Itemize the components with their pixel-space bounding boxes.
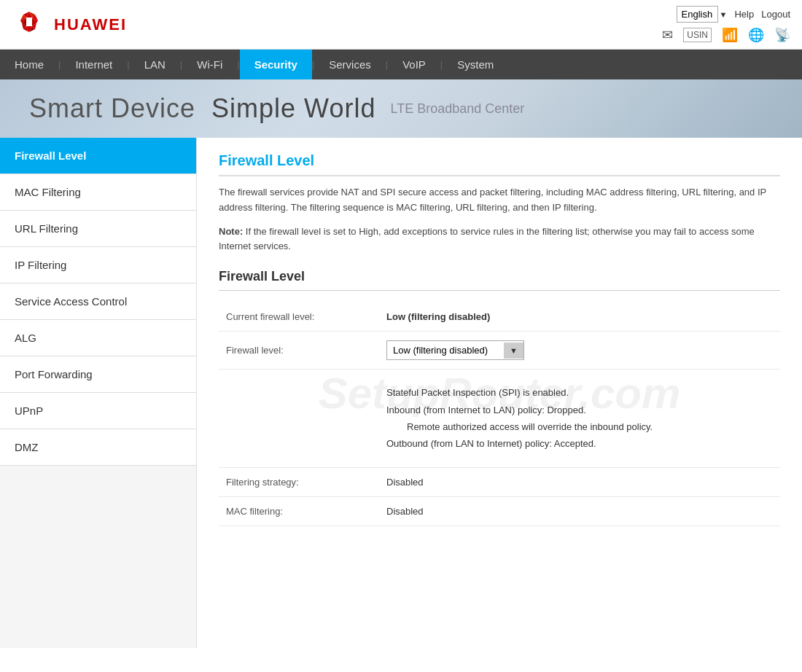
- filtering-strategy-label: Filtering strategy:: [219, 467, 379, 496]
- sidebar: Firewall Level MAC Filtering URL Filteri…: [0, 138, 197, 648]
- current-level-label: Current firewall level:: [219, 302, 379, 332]
- info-line-3: Remote authorized access will override t…: [386, 418, 773, 435]
- nav-security[interactable]: Security: [240, 50, 312, 79]
- sidebar-item-upnp[interactable]: UPnP: [0, 393, 196, 429]
- firewall-note: Note: If the firewall level is set to Hi…: [219, 224, 780, 255]
- mac-filtering-label: MAC filtering:: [219, 496, 379, 526]
- sidebar-item-url-filtering[interactable]: URL Filtering: [0, 211, 196, 247]
- info-line-4: Outbound (from LAN to Internet) policy: …: [386, 435, 773, 452]
- banner-subtitle: LTE Broadband Center: [390, 101, 524, 117]
- info-line-2: Inbound (from Internet to LAN) policy: D…: [386, 402, 773, 418]
- nav-internet[interactable]: Internet: [61, 50, 127, 79]
- lang-help-area: English ▼ Help Logout: [677, 6, 790, 23]
- info-lines-row: Stateful Packet Inspection (SPI) is enab…: [219, 370, 780, 468]
- mac-filtering-row: MAC filtering: Disabled: [219, 496, 780, 526]
- logout-link[interactable]: Logout: [761, 9, 790, 20]
- firewall-level-label: Firewall level:: [219, 332, 379, 370]
- info-lines-label-cell: [219, 370, 379, 468]
- sidebar-item-ip-filtering[interactable]: IP Filtering: [0, 247, 196, 284]
- email-icon[interactable]: ✉: [662, 27, 673, 43]
- language-selector[interactable]: English ▼: [677, 6, 728, 23]
- nav-system[interactable]: System: [443, 50, 508, 79]
- huawei-logo-icon: [12, 10, 47, 39]
- smart-device-text: Smart Device: [29, 93, 195, 123]
- page-title: Firewall Level: [219, 152, 780, 176]
- firewall-description: The firewall services provide NAT and SP…: [219, 185, 780, 216]
- filtering-strategy-value: Disabled: [379, 467, 780, 496]
- content-inner: Firewall Level The firewall services pro…: [219, 152, 780, 526]
- logo-text: HUAWEI: [54, 15, 127, 34]
- nav-voip[interactable]: VoIP: [388, 50, 440, 79]
- top-right-area: English ▼ Help Logout ✉ USIN 📶 🌐 📡: [662, 6, 790, 43]
- main-content: SetupRouter.com Firewall Level The firew…: [197, 138, 802, 648]
- status-icons-row: ✉ USIN 📶 🌐 📡: [662, 27, 790, 43]
- firewall-level-select[interactable]: Low (filtering disabled) Medium High: [387, 341, 504, 359]
- firewall-level-select-wrapper[interactable]: Low (filtering disabled) Medium High ▼: [386, 340, 524, 360]
- nav-wifi[interactable]: Wi-Fi: [182, 50, 237, 79]
- main-nav: Home | Internet | LAN | Wi-Fi | Security…: [0, 50, 802, 79]
- sidebar-item-port-forwarding[interactable]: Port Forwarding: [0, 356, 196, 393]
- help-link[interactable]: Help: [734, 9, 754, 20]
- mac-filtering-value: Disabled: [379, 496, 780, 526]
- firewall-form-table: Current firewall level: Low (filtering d…: [219, 302, 780, 526]
- firewall-level-row: Firewall level: Low (filtering disabled)…: [219, 332, 780, 370]
- note-label: Note:: [219, 226, 243, 237]
- nav-services[interactable]: Services: [314, 50, 386, 79]
- current-level-value: Low (filtering disabled): [379, 302, 780, 332]
- language-select[interactable]: English: [677, 6, 718, 23]
- logo-area: HUAWEI: [12, 10, 127, 39]
- sidebar-item-firewall-level[interactable]: Firewall Level: [0, 138, 196, 174]
- firewall-level-cell: Low (filtering disabled) Medium High ▼: [379, 332, 780, 370]
- nav-home[interactable]: Home: [0, 50, 58, 79]
- sidebar-item-alg[interactable]: ALG: [0, 320, 196, 356]
- banner-text: Smart Device Simple World: [29, 93, 375, 124]
- chevron-down-icon: ▼: [720, 10, 728, 19]
- info-list: Stateful Packet Inspection (SPI) is enab…: [386, 378, 773, 458]
- globe-icon: 🌐: [748, 27, 764, 43]
- current-level-value-text: Low (filtering disabled): [386, 311, 490, 322]
- signal-icon: 📶: [722, 27, 738, 43]
- info-line-1: Stateful Packet Inspection (SPI) is enab…: [386, 384, 773, 401]
- section-title: Firewall Level: [219, 269, 780, 291]
- note-text: If the firewall level is set to High, ad…: [219, 226, 755, 252]
- banner: Smart Device Simple World LTE Broadband …: [0, 79, 802, 138]
- simple-world-text: Simple World: [211, 93, 375, 123]
- info-lines-cell: Stateful Packet Inspection (SPI) is enab…: [379, 370, 780, 468]
- nav-lan[interactable]: LAN: [130, 50, 180, 79]
- sidebar-item-service-access-control[interactable]: Service Access Control: [0, 284, 196, 320]
- wifi-icon: 📡: [774, 27, 790, 43]
- sidebar-item-dmz[interactable]: DMZ: [0, 429, 196, 466]
- current-level-row: Current firewall level: Low (filtering d…: [219, 302, 780, 332]
- usin-icon: USIN: [683, 28, 712, 42]
- select-arrow-icon: ▼: [504, 343, 523, 359]
- filtering-strategy-row: Filtering strategy: Disabled: [219, 467, 780, 496]
- top-header: HUAWEI English ▼ Help Logout ✉ USIN 📶 🌐 …: [0, 0, 802, 50]
- sidebar-item-mac-filtering[interactable]: MAC Filtering: [0, 174, 196, 211]
- content-wrapper: Firewall Level MAC Filtering URL Filteri…: [0, 138, 802, 648]
